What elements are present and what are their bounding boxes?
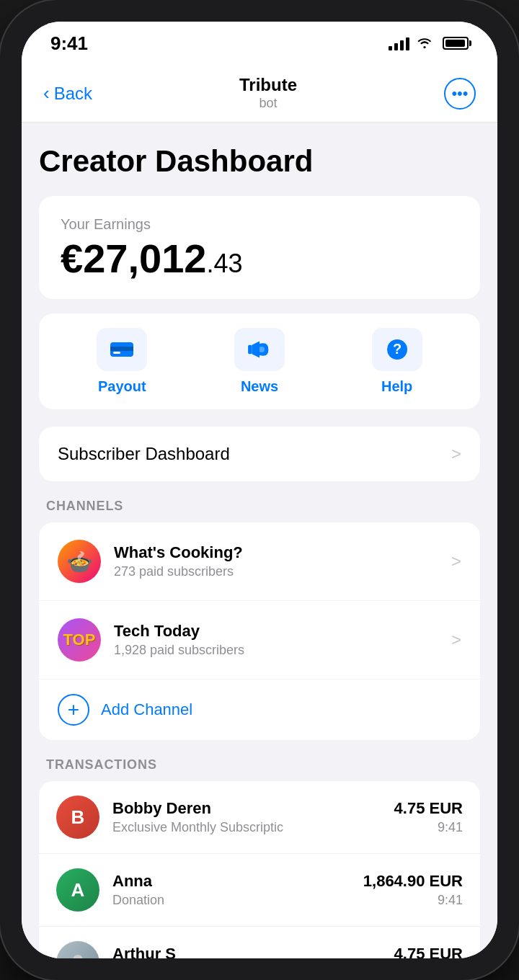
- content-area: Creator Dashboard Your Earnings €27,012.…: [22, 122, 497, 958]
- channel-info-cooking: What's Cooking? 273 paid subscribers: [114, 543, 451, 579]
- payout-label: Payout: [98, 378, 146, 395]
- add-channel-row[interactable]: + Add Channel: [39, 680, 480, 740]
- trans-avatar-anna: A: [56, 868, 99, 912]
- back-button[interactable]: ‹ Back: [43, 82, 92, 104]
- trans-name-anna: Anna: [112, 872, 363, 891]
- add-channel-icon: +: [58, 694, 89, 726]
- earnings-cents: .43: [206, 249, 242, 278]
- trans-amount-arthur: 4.75 EUR: [394, 945, 463, 958]
- transactions-list: B Bobby Deren Exclusive Monthly Subscrip…: [39, 781, 480, 958]
- help-icon-wrap: ?: [372, 328, 422, 371]
- svg-rect-3: [248, 345, 252, 354]
- trans-right-arthur: 4.75 EUR Jul 26: [394, 945, 463, 958]
- chevron-right-icon: >: [451, 630, 461, 650]
- battery-icon: [443, 37, 469, 50]
- channel-subs-tech: 1,928 paid subscribers: [114, 643, 451, 658]
- trans-info-bobby: Bobby Deren Exclusive Monthly Subscripti…: [112, 799, 394, 835]
- channel-avatar-tech: TOP: [58, 618, 101, 662]
- subscriber-dashboard-label: Subscriber Dashboard: [58, 444, 230, 464]
- trans-name-arthur: Arthur S: [112, 945, 394, 958]
- earnings-label: Your Earnings: [61, 216, 458, 233]
- trans-desc-anna: Donation: [112, 893, 314, 908]
- news-icon-wrap: [234, 328, 285, 371]
- nav-subtitle: bot: [239, 96, 297, 112]
- trans-info-arthur: Arthur S Exclusive Year Subscription fo: [112, 945, 394, 958]
- nav-bar: ‹ Back Tribute bot •••: [22, 65, 497, 122]
- chevron-right-icon: >: [451, 444, 461, 464]
- trans-amount-anna: 1,864.90 EUR: [363, 872, 463, 891]
- trans-right-anna: 1,864.90 EUR 9:41: [363, 872, 463, 908]
- chevron-left-icon: ‹: [43, 82, 50, 104]
- trans-time-bobby: 9:41: [394, 820, 463, 835]
- news-button[interactable]: News: [191, 328, 329, 395]
- subscriber-dashboard-card: Subscriber Dashboard >: [39, 427, 480, 481]
- svg-point-6: [73, 955, 83, 958]
- status-icons: [389, 35, 469, 53]
- help-label: Help: [381, 378, 412, 395]
- payout-button[interactable]: Payout: [53, 328, 191, 395]
- trans-right-bobby: 4.75 EUR 9:41: [394, 799, 463, 835]
- transaction-bobby[interactable]: B Bobby Deren Exclusive Monthly Subscrip…: [39, 781, 480, 854]
- quick-actions: Payout News ? Help: [39, 313, 480, 409]
- trans-time-anna: 9:41: [363, 893, 463, 908]
- channel-info-tech: Tech Today 1,928 paid subscribers: [114, 622, 451, 658]
- svg-rect-1: [110, 347, 133, 351]
- trans-avatar-arthur: [56, 941, 99, 958]
- nav-title: Tribute: [239, 75, 297, 96]
- chevron-right-icon: >: [451, 551, 461, 571]
- earnings-whole: 27,012: [83, 236, 206, 281]
- channel-name-tech: Tech Today: [114, 622, 451, 641]
- trans-amount-bobby: 4.75 EUR: [394, 799, 463, 818]
- trans-name-bobby: Bobby Deren: [112, 799, 394, 818]
- channel-item-whats-cooking[interactable]: 🍲 What's Cooking? 273 paid subscribers >: [39, 522, 480, 601]
- trans-info-anna: Anna Donation: [112, 872, 363, 908]
- news-label: News: [241, 378, 278, 395]
- channel-subs-cooking: 273 paid subscribers: [114, 564, 451, 579]
- channel-avatar-cooking: 🍲: [58, 540, 101, 583]
- subscriber-dashboard-row[interactable]: Subscriber Dashboard >: [39, 427, 480, 481]
- earnings-amount: €27,012.43: [61, 239, 458, 279]
- trans-avatar-bobby: B: [56, 796, 99, 839]
- help-button[interactable]: ? Help: [328, 328, 466, 395]
- svg-text:?: ?: [393, 341, 402, 357]
- back-label: Back: [54, 84, 92, 104]
- phone-screen: 9:41: [22, 22, 497, 958]
- arthur-avatar-svg: [65, 950, 91, 958]
- transactions-section-header: TRANSACTIONS: [46, 757, 473, 772]
- status-bar: 9:41: [22, 22, 497, 65]
- channels-section-header: CHANNELS: [46, 499, 473, 514]
- payout-icon-wrap: [97, 328, 147, 371]
- transaction-anna[interactable]: A Anna Donation 1,864.90 EUR 9:41: [39, 854, 480, 927]
- trans-desc-bobby: Exclusive Monthly Subscriptic: [112, 820, 314, 835]
- channels-list: 🍲 What's Cooking? 273 paid subscribers >…: [39, 522, 480, 740]
- wifi-icon: [415, 35, 434, 53]
- ellipsis-icon: •••: [451, 84, 468, 103]
- page-title: Creator Dashboard: [39, 144, 480, 179]
- status-time: 9:41: [50, 32, 88, 55]
- more-button[interactable]: •••: [444, 78, 476, 110]
- nav-title-group: Tribute bot: [239, 75, 297, 111]
- transaction-arthur[interactable]: Arthur S Exclusive Year Subscription fo …: [39, 927, 480, 958]
- phone-frame: 9:41: [0, 0, 519, 980]
- earnings-card: Your Earnings €27,012.43: [39, 196, 480, 299]
- add-channel-label: Add Channel: [101, 700, 192, 719]
- help-icon: ?: [384, 337, 410, 362]
- svg-rect-2: [113, 352, 120, 354]
- signal-icon: [389, 36, 409, 50]
- channel-item-tech-today[interactable]: TOP Tech Today 1,928 paid subscribers >: [39, 601, 480, 680]
- channel-name-cooking: What's Cooking?: [114, 543, 451, 562]
- earnings-currency: €: [61, 236, 83, 281]
